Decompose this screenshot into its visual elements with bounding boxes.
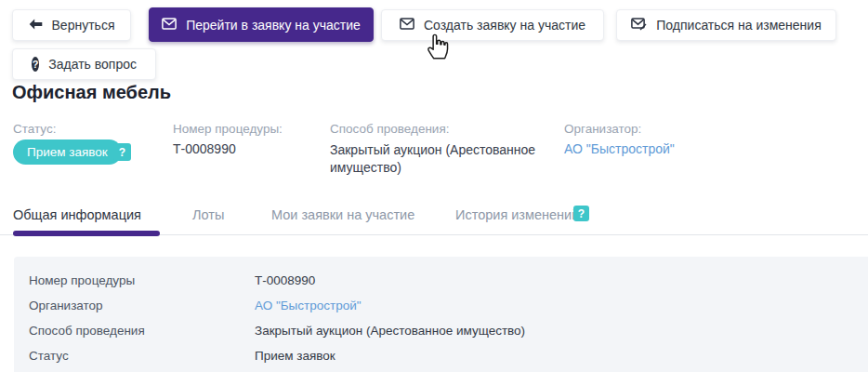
tab-general-info[interactable]: Общая информация xyxy=(13,207,141,222)
row-value: Т-0008990 xyxy=(255,273,315,287)
envelope-icon xyxy=(400,18,414,33)
question-circle-icon: ? xyxy=(32,57,39,72)
status-label: Статус: xyxy=(13,122,56,136)
back-button[interactable]: Вернуться xyxy=(12,9,131,41)
organizer-link[interactable]: АО "Быстрострой" xyxy=(564,141,675,156)
table-row: Способ проведения Закрытый аукцион (Арес… xyxy=(14,324,868,349)
tab-lots[interactable]: Лоты xyxy=(192,207,224,222)
status-badge: Прием заявок xyxy=(13,140,122,165)
row-label: Номер процедуры xyxy=(29,273,135,287)
active-tab-underline xyxy=(13,231,160,236)
table-row: Организатор АО "Быстрострой" xyxy=(14,299,868,324)
ask-question-label: Задать вопрос xyxy=(48,57,137,72)
goto-application-button[interactable]: Перейти в заявку на участие xyxy=(149,7,374,42)
procedure-number-value: Т-0008990 xyxy=(173,141,236,156)
organizer-link[interactable]: АО "Быстрострой" xyxy=(255,299,362,312)
table-row: Статус Прием заявок xyxy=(14,349,868,372)
status-help-icon[interactable]: ? xyxy=(113,143,131,161)
arrow-left-icon xyxy=(29,18,43,33)
row-label: Организатор xyxy=(29,299,103,312)
method-value: Закрытый аукцион (Арестованное имущество… xyxy=(330,141,553,177)
history-help-icon[interactable]: ? xyxy=(573,206,589,221)
method-label: Способ проведения: xyxy=(330,122,449,136)
subscribe-changes-label: Подписаться на изменения xyxy=(656,18,821,33)
row-value: Прием заявок xyxy=(255,349,335,363)
table-row: Номер процедуры Т-0008990 xyxy=(14,273,868,299)
subscribe-changes-button[interactable]: Подписаться на изменения xyxy=(616,9,836,41)
tab-change-history[interactable]: История изменений xyxy=(455,207,579,222)
procedure-number-label: Номер процедуры: xyxy=(173,122,283,136)
tab-my-applications[interactable]: Мои заявки на участие xyxy=(271,207,414,222)
page-title: Офисная мебель xyxy=(12,82,171,103)
create-application-label: Создать заявку на участие xyxy=(424,18,585,33)
row-value: Закрытый аукцион (Арестованное имущество… xyxy=(255,324,525,338)
back-button-label: Вернуться xyxy=(52,18,115,33)
organizer-label: Организатор: xyxy=(564,122,641,136)
general-info-panel: Номер процедуры Т-0008990 Организатор АО… xyxy=(14,257,868,372)
row-label: Способ проведения xyxy=(29,324,145,338)
ask-question-button[interactable]: ? Задать вопрос xyxy=(12,48,156,80)
create-application-button[interactable]: Создать заявку на участие xyxy=(381,9,604,41)
envelope-icon xyxy=(162,18,177,33)
goto-application-label: Перейти в заявку на участие xyxy=(186,18,361,33)
envelope-pencil-icon xyxy=(631,18,647,33)
row-label: Статус xyxy=(29,349,69,363)
